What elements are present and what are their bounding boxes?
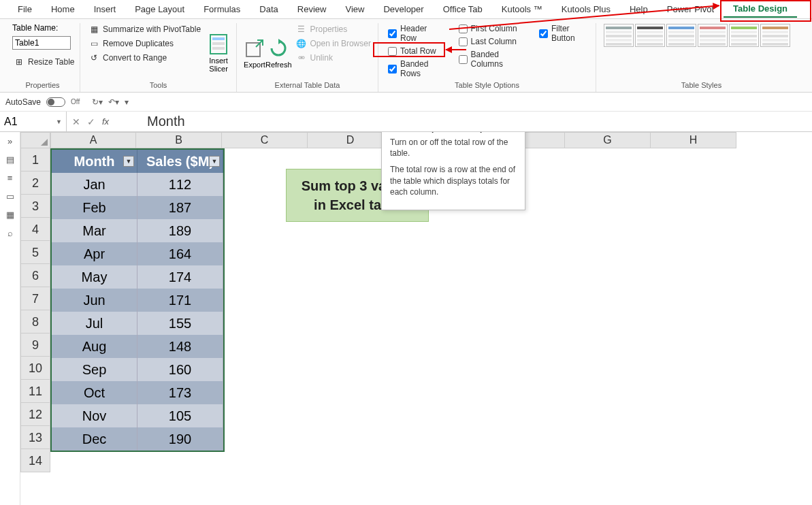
- tab-review[interactable]: Review: [288, 1, 336, 17]
- refresh-button[interactable]: Refresh: [265, 23, 292, 80]
- table-cell[interactable]: Oct: [52, 381, 137, 404]
- data-table[interactable]: Month▼Sales ($M)▼Jan112Feb187Mar189Apr16…: [50, 148, 225, 452]
- table-row[interactable]: Oct173: [52, 381, 223, 404]
- col-header-C[interactable]: C: [222, 132, 308, 148]
- filter-button-checkbox[interactable]: Filter Button: [536, 23, 589, 44]
- table-cell[interactable]: Feb: [52, 196, 137, 219]
- table-cell[interactable]: Nov: [52, 404, 137, 427]
- table-cell[interactable]: Mar: [52, 219, 137, 242]
- list-icon[interactable]: ≡: [7, 173, 13, 183]
- table-cell[interactable]: 173: [137, 381, 223, 404]
- tab-formulas[interactable]: Formulas: [194, 1, 250, 17]
- table-cell[interactable]: 164: [137, 242, 223, 265]
- row-header-6[interactable]: 6: [20, 264, 50, 287]
- row-header-1[interactable]: 1: [20, 148, 50, 172]
- table-name-input[interactable]: [12, 36, 71, 50]
- table-style-swatch[interactable]: [729, 24, 759, 47]
- table-row[interactable]: Jul155: [52, 312, 223, 335]
- row-header-10[interactable]: 10: [20, 357, 50, 380]
- table-style-swatch[interactable]: [635, 24, 665, 47]
- tab-home[interactable]: Home: [42, 1, 84, 17]
- name-box-dropdown-icon[interactable]: ▼: [56, 118, 62, 125]
- header-row-checkbox[interactable]: Header Row: [385, 23, 444, 44]
- table-cell[interactable]: 190: [137, 427, 223, 451]
- tab-kutools-[interactable]: Kutools ™: [492, 1, 552, 17]
- enter-formula-icon[interactable]: ✓: [87, 116, 95, 127]
- row-header-2[interactable]: 2: [20, 172, 50, 195]
- table-cell[interactable]: 105: [137, 404, 223, 427]
- resize-table-button[interactable]: ⊞ Resize Table: [12, 56, 76, 68]
- cancel-formula-icon[interactable]: ✕: [72, 116, 80, 127]
- banded-columns-checkbox[interactable]: Banded Columns: [456, 49, 524, 69]
- table-cell[interactable]: 171: [137, 289, 223, 312]
- row-header-3[interactable]: 3: [20, 195, 50, 218]
- undo-icon[interactable]: ↶▾: [108, 97, 119, 107]
- row-header-7[interactable]: 7: [20, 287, 50, 310]
- table-cell[interactable]: May: [52, 265, 137, 289]
- tab-insert[interactable]: Insert: [84, 1, 126, 17]
- table-style-swatch[interactable]: [698, 24, 728, 47]
- table-row[interactable]: Sep160: [52, 358, 223, 381]
- table-cell[interactable]: Jan: [52, 173, 137, 196]
- tab-table-design[interactable]: Table Design: [724, 1, 797, 18]
- table-cell[interactable]: 187: [137, 196, 223, 219]
- autosave-toggle[interactable]: [46, 97, 65, 107]
- tab-developer[interactable]: Developer: [374, 1, 433, 17]
- filter-dropdown-icon[interactable]: ▼: [209, 156, 220, 167]
- table-cell[interactable]: Aug: [52, 335, 137, 358]
- table-cell[interactable]: 189: [137, 219, 223, 242]
- tab-office-tab[interactable]: Office Tab: [434, 1, 492, 17]
- table-cell[interactable]: 148: [137, 335, 223, 358]
- table-row[interactable]: Jun171: [52, 289, 223, 312]
- col-header-A[interactable]: A: [50, 132, 136, 148]
- qat-more-icon[interactable]: ▾: [125, 97, 129, 107]
- table-header-cell[interactable]: Sales ($M)▼: [137, 150, 223, 173]
- table-row[interactable]: Nov105: [52, 404, 223, 427]
- table-row[interactable]: Apr164: [52, 242, 223, 265]
- table-row[interactable]: May174: [52, 265, 223, 289]
- summarize-pivot-button[interactable]: ▦Summarize with PivotTable: [87, 23, 202, 35]
- select-all-corner[interactable]: [20, 132, 50, 148]
- tab-page-layout[interactable]: Page Layout: [125, 1, 194, 17]
- tab-file[interactable]: File: [8, 1, 42, 17]
- table-cell[interactable]: Jul: [52, 312, 137, 335]
- table-cell[interactable]: 155: [137, 312, 223, 335]
- row-header-13[interactable]: 13: [20, 426, 50, 449]
- insert-slicer-button[interactable]: Insert Slicer: [208, 23, 229, 80]
- row-header-4[interactable]: 4: [20, 218, 50, 241]
- table-styles-gallery[interactable]: [603, 23, 800, 80]
- table-cell[interactable]: Apr: [52, 242, 137, 265]
- table-cell[interactable]: Dec: [52, 427, 137, 451]
- table-row[interactable]: Mar189: [52, 219, 223, 242]
- table-header-cell[interactable]: Month▼: [52, 150, 137, 173]
- table-row[interactable]: Jan112: [52, 173, 223, 196]
- table-cell[interactable]: Jun: [52, 289, 137, 312]
- expand-icon[interactable]: »: [7, 136, 12, 146]
- banded-rows-checkbox[interactable]: Banded Rows: [385, 59, 444, 79]
- sheet-icon[interactable]: ▤: [6, 154, 14, 165]
- col-header-H[interactable]: H: [651, 132, 736, 148]
- grid-icon[interactable]: ▦: [6, 210, 14, 220]
- col-header-B[interactable]: B: [136, 132, 222, 148]
- table-row[interactable]: Feb187: [52, 196, 223, 219]
- row-header-11[interactable]: 11: [20, 380, 50, 403]
- row-header-9[interactable]: 9: [20, 333, 50, 357]
- table-cell[interactable]: 174: [137, 265, 223, 289]
- row-header-12[interactable]: 12: [20, 403, 50, 426]
- search-side-icon[interactable]: ⌕: [7, 228, 13, 238]
- tab-data[interactable]: Data: [250, 1, 287, 17]
- table-style-swatch[interactable]: [666, 24, 696, 47]
- table-row[interactable]: Dec190: [52, 427, 223, 451]
- export-button[interactable]: Export: [244, 23, 265, 80]
- table-style-swatch[interactable]: [604, 24, 634, 47]
- remove-duplicates-button[interactable]: ▭Remove Duplicates: [87, 37, 202, 50]
- table-cell[interactable]: 112: [137, 173, 223, 196]
- last-column-checkbox[interactable]: Last Column: [456, 36, 524, 47]
- redo-icon[interactable]: ↻▾: [92, 97, 103, 107]
- row-header-14[interactable]: 14: [20, 449, 50, 472]
- table-cell[interactable]: Sep: [52, 358, 137, 381]
- row-header-8[interactable]: 8: [20, 310, 50, 333]
- col-header-G[interactable]: G: [565, 132, 651, 148]
- table-cell[interactable]: 160: [137, 358, 223, 381]
- fx-icon[interactable]: fx: [102, 116, 109, 127]
